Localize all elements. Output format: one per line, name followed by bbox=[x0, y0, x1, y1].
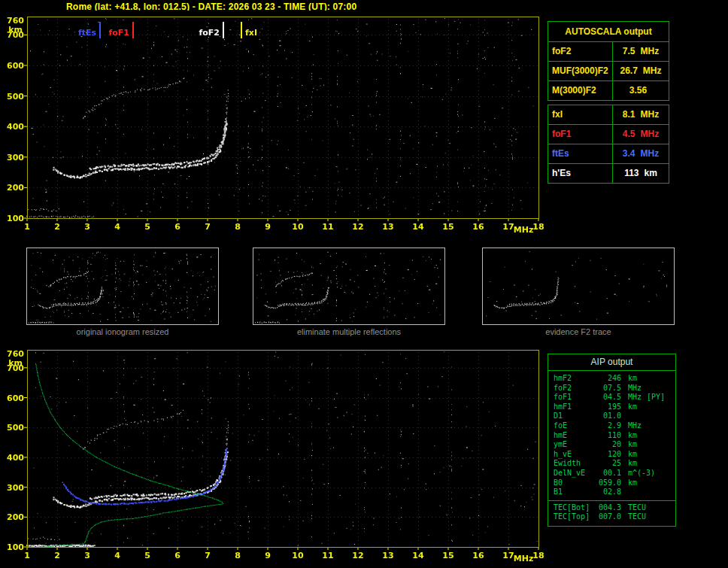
aip-param-value: 004.3 bbox=[595, 503, 621, 513]
aip-tec-rows: TEC[Bot]004.3TECUTEC[Top]007.0TECU bbox=[548, 503, 675, 522]
aip-param-unit: MHz bbox=[628, 393, 642, 402]
aip-row: ymE20km bbox=[548, 440, 675, 450]
param-value: 113km bbox=[613, 164, 669, 183]
aip-param-name: foF2 bbox=[554, 384, 595, 393]
aip-row: B0059.0km bbox=[548, 478, 675, 488]
value-number: 4.5 bbox=[623, 125, 635, 144]
aip-param-unit: km bbox=[628, 431, 637, 441]
aip-param-value: 195 bbox=[595, 402, 621, 412]
aip-param-name: B0 bbox=[554, 478, 595, 488]
value-number: 3.4 bbox=[623, 144, 635, 163]
param-value: 26.7MHz bbox=[613, 62, 669, 80]
aip-param-unit: km bbox=[628, 440, 637, 450]
aip-output-panel: AIP output hmF2246kmfoF207.5MHzfoF104.5M… bbox=[548, 354, 676, 527]
aip-param-unit: km bbox=[628, 459, 637, 469]
aip-param-name: D1 bbox=[554, 412, 595, 421]
aip-row: D101.0 bbox=[548, 412, 675, 421]
value-number: 3.56 bbox=[629, 81, 647, 100]
autoscala-row-hpes: h'Es 113km bbox=[548, 164, 669, 183]
value-unit: MHz bbox=[641, 144, 660, 163]
aip-param-name: hmF2 bbox=[554, 374, 595, 384]
value-number: 8.1 bbox=[623, 105, 635, 124]
aip-param-name: ymE bbox=[554, 440, 595, 450]
value-number: 26.7 bbox=[620, 62, 637, 80]
autoscala-main-box: AUTOSCALA output foF2 7.5MHz MUF(3000)F2… bbox=[548, 21, 669, 101]
aip-param-unit: km bbox=[628, 402, 637, 412]
profile-ionogram-plot bbox=[0, 345, 546, 568]
aip-row: foF207.5MHz bbox=[548, 384, 675, 393]
aip-param-name: hmE bbox=[554, 431, 595, 441]
autoscala-row-fof2: foF2 7.5MHz bbox=[548, 42, 669, 62]
aip-param-name: foF1 bbox=[554, 393, 595, 402]
param-label: M(3000)F2 bbox=[548, 81, 613, 100]
param-label: foF1 bbox=[548, 125, 613, 144]
aip-param-value: 2.9 bbox=[595, 421, 621, 431]
aip-row: hmF2246km bbox=[548, 374, 675, 384]
aip-param-unit: TECU bbox=[628, 503, 646, 513]
aip-param-name: B1 bbox=[554, 488, 595, 497]
aip-param-value: 246 bbox=[595, 374, 621, 384]
aip-param-name: Ewidth bbox=[554, 459, 595, 469]
aip-row: foF104.5MHz[PY] bbox=[548, 393, 675, 402]
aip-row: TEC[Bot]004.3TECU bbox=[548, 503, 675, 513]
profile-ionogram-canvas bbox=[0, 345, 546, 568]
param-value: 7.5MHz bbox=[613, 42, 669, 61]
autoscala-row-m3000f2: M(3000)F2 3.56 bbox=[548, 81, 669, 100]
thumbnail-reflections-canvas bbox=[253, 248, 444, 324]
aip-row: foE2.9MHz bbox=[548, 421, 675, 431]
aip-param-unit: km bbox=[628, 478, 637, 488]
thumbnail-f2-canvas bbox=[483, 248, 674, 324]
thumbnail-original-canvas bbox=[27, 248, 218, 324]
aip-param-value: 07.5 bbox=[595, 384, 621, 393]
aip-param-flag: [PY] bbox=[647, 393, 665, 402]
aip-parameter-rows: hmF2246kmfoF207.5MHzfoF104.5MHz[PY]hmF11… bbox=[548, 374, 675, 497]
autoscala-panel-title: AUTOSCALA output bbox=[548, 22, 669, 42]
aip-param-value: 120 bbox=[595, 450, 621, 460]
aip-param-name: DelN_vE bbox=[554, 469, 595, 478]
param-label: fxI bbox=[548, 105, 613, 124]
aip-param-value: 007.0 bbox=[595, 512, 621, 522]
thumbnail-original-ionogram bbox=[26, 248, 219, 325]
param-value: 4.5MHz bbox=[613, 125, 669, 144]
thumbnail-caption: evidence F2 trace bbox=[482, 327, 675, 336]
value-number: 113 bbox=[624, 164, 639, 183]
thumbnail-caption: original ionogram resized bbox=[26, 327, 219, 336]
aip-panel-title: AIP output bbox=[548, 354, 675, 371]
autoscala-secondary-box: fxI 8.1MHz foF1 4.5MHz ftEs 3.4MHz h'Es … bbox=[548, 105, 669, 184]
aip-param-name: TEC[Bot] bbox=[554, 503, 595, 513]
param-label: foF2 bbox=[548, 42, 613, 61]
aip-param-value: 01.0 bbox=[595, 412, 621, 421]
aip-param-value: 02.8 bbox=[595, 488, 621, 497]
aip-param-unit: MHz bbox=[628, 421, 642, 431]
aip-param-unit: TECU bbox=[628, 512, 646, 522]
aip-row: hmE110km bbox=[548, 431, 675, 441]
aip-param-unit: m^(-3) bbox=[628, 469, 655, 478]
aip-row: DelN_vE00.1m^(-3) bbox=[548, 469, 675, 478]
aip-row: hmF1195km bbox=[548, 402, 675, 412]
scaled-ionogram-plot bbox=[0, 11, 546, 238]
aip-param-unit: km bbox=[628, 450, 637, 460]
aip-param-value: 110 bbox=[595, 431, 621, 441]
aip-param-name: hmF1 bbox=[554, 402, 595, 412]
param-label: h'Es bbox=[548, 164, 613, 183]
scaled-ionogram-canvas bbox=[0, 11, 546, 238]
autoscala-window: Rome (lat: +41.8, lon: 012.5) - DATE: 20… bbox=[0, 0, 728, 568]
param-label: MUF(3000)F2 bbox=[548, 62, 613, 80]
value-unit: MHz bbox=[641, 42, 660, 61]
aip-param-name: foE bbox=[554, 421, 595, 431]
value-unit: km bbox=[645, 164, 657, 183]
aip-row: Ewidth25km bbox=[548, 459, 675, 469]
autoscala-row-fof1: foF1 4.5MHz bbox=[548, 125, 669, 144]
param-value: 3.4MHz bbox=[613, 144, 669, 163]
aip-param-unit: MHz bbox=[628, 384, 642, 393]
autoscala-output-panel: AUTOSCALA output foF2 7.5MHz MUF(3000)F2… bbox=[548, 21, 669, 187]
autoscala-row-muf3000f2: MUF(3000)F2 26.7MHz bbox=[548, 62, 669, 81]
aip-param-value: 00.1 bbox=[595, 469, 621, 478]
autoscala-row-ftes: ftEs 3.4MHz bbox=[548, 144, 669, 164]
aip-row: B102.8 bbox=[548, 488, 675, 497]
autoscala-row-fxi: fxI 8.1MHz bbox=[548, 105, 669, 125]
aip-param-name: TEC[Top] bbox=[554, 512, 595, 522]
param-value: 3.56 bbox=[613, 81, 669, 100]
param-value: 8.1MHz bbox=[613, 105, 669, 124]
value-unit: MHz bbox=[641, 125, 660, 144]
